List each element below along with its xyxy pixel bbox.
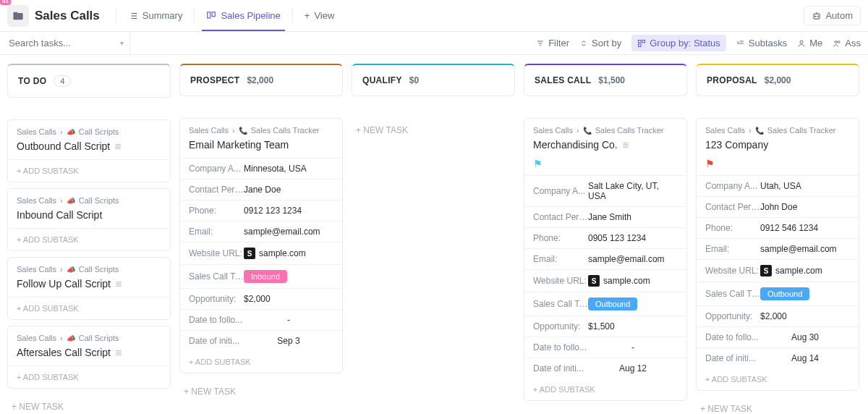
field-label: Contact Pers... [189,185,244,195]
site-logo-icon: S [244,248,255,259]
field-value: Aug 12 [588,363,678,373]
column-proposal: PROPOSAL $2,000 Sales Calls›📞Sales Calls… [696,64,859,414]
svg-rect-17 [639,44,642,47]
description-icon: ≣ [622,140,629,150]
field-label: Phone: [533,233,588,243]
field-value: Minnesota, USA [244,164,333,174]
search-input[interactable] [7,35,109,51]
field-label: Phone: [705,223,760,233]
add-subtask-button[interactable]: + ADD SUBTASK [524,379,686,400]
column-header-todo[interactable]: TO DO 4 [7,64,171,98]
field-label: Sales Call Ty... [533,299,588,309]
filter-icon [536,39,545,48]
svg-rect-15 [639,40,642,43]
field-label: Date of initi... [705,353,760,363]
task-card[interactable]: Sales Calls›📞Sales Calls Tracker 123 Com… [696,118,859,391]
field-label: Date to follo... [533,342,588,352]
tab-sales-pipeline[interactable]: Sales Pipeline [196,0,290,31]
column-title: PROPOSAL [707,75,757,85]
tab-summary[interactable]: Summary [118,0,193,31]
notification-badge: 01 [0,0,11,5]
tab-add-view[interactable]: + View [294,0,345,31]
column-title: TO DO [18,76,46,86]
task-card[interactable]: Sales Calls›📞Sales Calls Tracker Email M… [179,118,343,373]
folder-icon [12,10,24,22]
breadcrumb: Sales Calls›📣Call Scripts [8,258,170,278]
field-label: Email: [189,227,244,237]
megaphone-icon: 📣 [67,128,75,136]
column-header-qualify[interactable]: QUALIFY $0 [352,64,515,96]
add-subtask-button[interactable]: + ADD SUBTASK [697,368,859,390]
new-task-button[interactable]: + NEW TASK [696,397,859,414]
custom-fields: Company A...Salt Lake City, UT, USA Cont… [524,175,686,379]
field-value: Aug 14 [760,353,850,363]
add-subtask-button[interactable]: + ADD SUBTASK [8,228,170,250]
breadcrumb: Sales Calls›📣Call Scripts [8,189,170,209]
field-value: Jane Smith [588,212,678,222]
field-value: $2,000 [760,311,850,321]
task-card[interactable]: Sales Calls›📣Call Scripts Inbound Call S… [7,188,171,251]
field-value: sample@email.com [588,254,678,264]
tab-label: Summary [142,10,183,21]
list-icon [128,11,138,21]
me-button[interactable]: Me [797,38,822,48]
svg-rect-7 [213,12,216,16]
column-amount: $2,000 [765,75,791,85]
column-header-prospect[interactable]: PROSPECT $2,000 [179,64,343,96]
new-task-button[interactable]: + NEW TASK [7,394,171,414]
subtasks-button[interactable]: Subtasks [736,38,787,48]
field-value: Sep 3 [244,336,333,346]
assignee-button[interactable]: Ass [833,38,861,48]
group-label: Group by: Status [650,38,720,48]
task-card[interactable]: Sales Calls›📣Call Scripts Aftersales Cal… [7,326,171,389]
field-label: Opportunity: [705,311,760,321]
field-value: Jane Doe [244,185,333,195]
phone-icon: 📞 [583,127,592,135]
field-label: Date to follo... [189,315,244,325]
column-count: 4 [54,75,71,87]
new-task-button[interactable]: + NEW TASK [179,379,343,404]
description-icon: ≣ [115,279,122,289]
filter-button[interactable]: Filter [536,38,569,48]
field-value: Ssample.com [760,265,850,276]
column-title: QUALIFY [362,75,402,85]
card-title: Outbound Call Script≣ [8,140,170,159]
field-label: Date of initi... [189,336,244,346]
field-value: $2,000 [244,294,333,304]
people-icon [833,39,841,48]
column-header-proposal[interactable]: PROPOSAL $2,000 [696,64,859,96]
automation-button[interactable]: Autom [804,6,861,25]
add-subtask-button[interactable]: + ADD SUBTASK [8,297,170,319]
add-subtask-button[interactable]: + ADD SUBTASK [8,159,170,182]
task-card[interactable]: Sales Calls›📞Sales Calls Tracker Merchan… [524,118,687,401]
group-button[interactable]: Group by: Status [631,35,726,51]
folder-button[interactable] [7,5,29,27]
task-card[interactable]: Sales Calls› 📣 Call Scripts Outbound Cal… [7,119,171,182]
subtasks-label: Subtasks [749,38,787,48]
add-subtask-button[interactable]: + ADD SUBTASK [180,351,342,373]
field-value: Utah, USA [760,181,850,191]
column-header-salescall[interactable]: SALES CALL $1,500 [524,64,687,96]
field-label: Opportunity: [189,294,244,304]
task-card[interactable]: Sales Calls›📣Call Scripts Follow Up Call… [7,257,171,320]
new-task-button[interactable]: + NEW TASK [352,118,515,143]
add-subtask-button[interactable]: + ADD SUBTASK [8,366,170,388]
new-task-button[interactable]: + NEW TASK [524,407,687,414]
flag-icon[interactable]: ⚑ [697,158,859,175]
chevron-down-icon[interactable]: ▾ [120,39,124,47]
tab-label: View [314,10,334,21]
group-icon [637,39,646,48]
field-label: Date of initi... [533,363,588,373]
field-value: Ssample.com [244,248,333,259]
field-label: Company A... [189,164,244,174]
sort-button[interactable]: Sort by [579,38,621,48]
site-logo-icon: S [588,275,600,287]
field-label: Website URL: [705,266,760,276]
plus-icon: + [305,10,310,21]
call-type-pill: Outbound [588,297,637,310]
svg-rect-6 [208,12,210,17]
card-title: 123 Company [697,139,859,158]
field-value: - [244,315,333,325]
flag-icon[interactable]: ⚑ [524,158,686,175]
filter-bar: ▾ Filter Sort by Group by: Status Subtas… [0,32,868,55]
